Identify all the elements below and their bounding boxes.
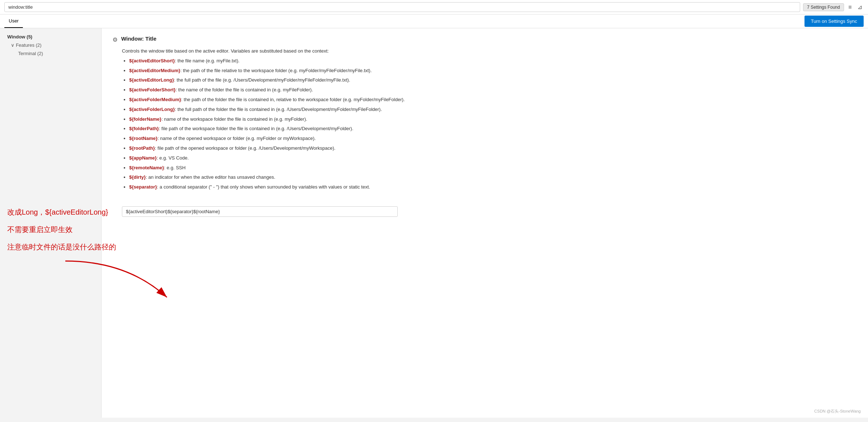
list-item: ${folderPath}: file path of the workspac… xyxy=(129,125,857,133)
gear-icon: ⚙ xyxy=(112,36,118,43)
input-area xyxy=(122,206,857,217)
sync-button[interactable]: Turn on Settings Sync xyxy=(804,16,864,27)
chevron-icon: ∨ xyxy=(11,42,16,48)
main-layout: Window (5) ∨ Features (2) Terminal (2) ⚙… xyxy=(0,28,868,418)
list-item: ${rootPath}: file path of the opened wor… xyxy=(129,145,857,152)
sidebar-item-terminal[interactable]: Terminal (2) xyxy=(0,49,101,58)
search-bar: 7 Settings Found ≡ ⊿ xyxy=(0,0,868,15)
content-area: ⚙ Window: Title Controls the window titl… xyxy=(102,28,868,418)
list-item: ${separator}: a conditional separator ("… xyxy=(129,183,857,191)
window-title-input[interactable] xyxy=(122,206,398,217)
settings-found-badge: 7 Settings Found xyxy=(803,3,844,11)
variable-list: ${activeEditorShort}: the file name (e.g… xyxy=(129,57,857,191)
list-item: ${activeEditorShort}: the file name (e.g… xyxy=(129,57,857,65)
list-item: ${remoteName}: e.g. SSH xyxy=(129,164,857,172)
sidebar-item-features[interactable]: ∨ Features (2) xyxy=(0,41,101,49)
toolbar-icons: ≡ ⊿ xyxy=(847,3,864,11)
list-item: ${dirty}: an indicator for when the acti… xyxy=(129,174,857,181)
list-item: ${appName}: e.g. VS Code. xyxy=(129,154,857,162)
filter-icon[interactable]: ⊿ xyxy=(856,3,864,11)
setting-section: ⚙ Window: Title Controls the window titl… xyxy=(102,28,868,200)
sidebar: Window (5) ∨ Features (2) Terminal (2) xyxy=(0,28,102,418)
setting-description: Controls the window title based on the a… xyxy=(122,47,857,191)
list-item: ${folderName}: name of the workspace fol… xyxy=(129,116,857,123)
setting-header: ⚙ Window: Title xyxy=(112,36,857,43)
list-item: ${activeEditorMedium}: the path of the f… xyxy=(129,67,857,75)
list-item: ${activeEditorLong}: the full path of th… xyxy=(129,76,857,84)
list-item: ${activeFolderLong}: the full path of th… xyxy=(129,106,857,113)
sidebar-item-window[interactable]: Window (5) xyxy=(0,33,101,41)
tabs-row: User Turn on Settings Sync xyxy=(0,15,868,28)
watermark: CSDN @石头-StoneWang xyxy=(814,409,861,414)
tab-user[interactable]: User xyxy=(4,15,23,28)
setting-title: Window: Title xyxy=(121,36,156,42)
list-item: ${activeFolderMedium}: the path of the f… xyxy=(129,96,857,104)
search-input[interactable] xyxy=(4,2,800,12)
sort-icon[interactable]: ≡ xyxy=(847,3,853,11)
list-item: ${activeFolderShort}: the name of the fo… xyxy=(129,86,857,94)
list-item: ${rootName}: name of the opened workspac… xyxy=(129,135,857,142)
